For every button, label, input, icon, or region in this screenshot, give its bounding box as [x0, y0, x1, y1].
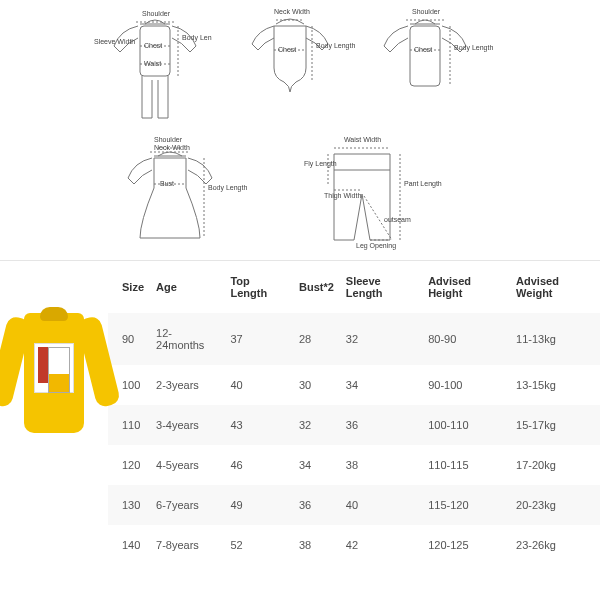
col-bust2: Bust*2	[293, 261, 340, 313]
label-outseam: outseam	[384, 216, 411, 224]
label-body-len: Body Len	[182, 34, 212, 42]
col-age: Age	[150, 261, 224, 313]
table-header-row: Size Age Top Length Bust*2 Sleeve Length…	[108, 261, 600, 313]
col-top-length: Top Length	[224, 261, 293, 313]
diagram-row-1: Shoulder Sleeve Width Chest Waist Body L…	[100, 10, 560, 130]
size-table-wrapper: Size Age Top Length Bust*2 Sleeve Length…	[108, 261, 600, 565]
dress-outline-icon	[110, 140, 230, 260]
size-chart-table: Size Age Top Length Bust*2 Sleeve Length…	[108, 261, 600, 565]
table-row: 140 7-8years 52 38 42 120-125 23-26kg	[108, 525, 600, 565]
label-neck-width: Neck Width	[274, 8, 310, 16]
diagram-jumpsuit: Shoulder Sleeve Width Chest Waist Body L…	[100, 10, 210, 130]
table-row: 120 4-5years 46 34 38 110-115 17-20kg	[108, 445, 600, 485]
label-shoulder-2: Shoulder	[412, 8, 440, 16]
label-thigh-width: Thigh Width	[324, 192, 361, 200]
col-advised-weight: Advised Weight	[510, 261, 600, 313]
label-body-length: Body Length	[316, 42, 355, 50]
product-image-yellow-sweater	[6, 301, 102, 441]
label-neck-width-2: Neck Width	[154, 144, 190, 152]
jumpsuit-outline-icon	[100, 10, 210, 130]
label-fly-length: Fly Length	[304, 160, 337, 168]
table-row: 110 3-4years 43 32 36 100-110 15-17kg	[108, 405, 600, 445]
label-sleeve-width: Sleeve Width	[94, 38, 135, 46]
label-chest: Chest	[144, 42, 162, 50]
label-chest-2: Chest	[278, 46, 296, 54]
diagram-row-2: Shoulder Neck Width Bust Body Length Wai…	[100, 140, 560, 260]
label-leg-opening: Leg Opening	[356, 242, 396, 250]
product-photo-column	[0, 261, 108, 565]
label-waist-width: Waist Width	[344, 136, 381, 144]
col-sleeve-length: Sleeve Length	[340, 261, 422, 313]
diagram-dress: Shoulder Neck Width Bust Body Length	[110, 140, 230, 260]
label-body-length-3: Body Length	[208, 184, 247, 192]
col-size: Size	[108, 261, 150, 313]
diagram-pants: Waist Width Fly Length Thigh Width Pant …	[300, 140, 440, 260]
label-bust: Bust	[160, 180, 174, 188]
table-row: 130 6-7years 49 36 40 115-120 20-23kg	[108, 485, 600, 525]
diagram-top: Shoulder Chest Body Length	[370, 10, 480, 110]
label-body-length-2: Body Length	[454, 44, 493, 52]
onesie-outline-icon	[240, 10, 340, 110]
measurement-diagrams: Shoulder Sleeve Width Chest Waist Body L…	[0, 0, 600, 260]
label-chest-3: Chest	[414, 46, 432, 54]
label-shoulder: Shoulder	[142, 10, 170, 18]
table-row: 100 2-3years 40 30 34 90-100 13-15kg	[108, 365, 600, 405]
size-chart-section: Size Age Top Length Bust*2 Sleeve Length…	[0, 260, 600, 565]
label-pant-length: Pant Length	[404, 180, 442, 188]
svg-rect-0	[140, 26, 170, 76]
svg-rect-8	[410, 26, 440, 86]
label-waist: Waist	[144, 60, 161, 68]
table-row: 90 12-24months 37 28 32 80-90 11-13kg	[108, 313, 600, 365]
label-shoulder-3: Shoulder	[154, 136, 182, 144]
diagram-onesie: Neck Width Chest Body Length	[240, 10, 340, 110]
col-advised-height: Advised Height	[422, 261, 510, 313]
size-chart-body: 90 12-24months 37 28 32 80-90 11-13kg 10…	[108, 313, 600, 565]
top-outline-icon	[370, 10, 480, 110]
